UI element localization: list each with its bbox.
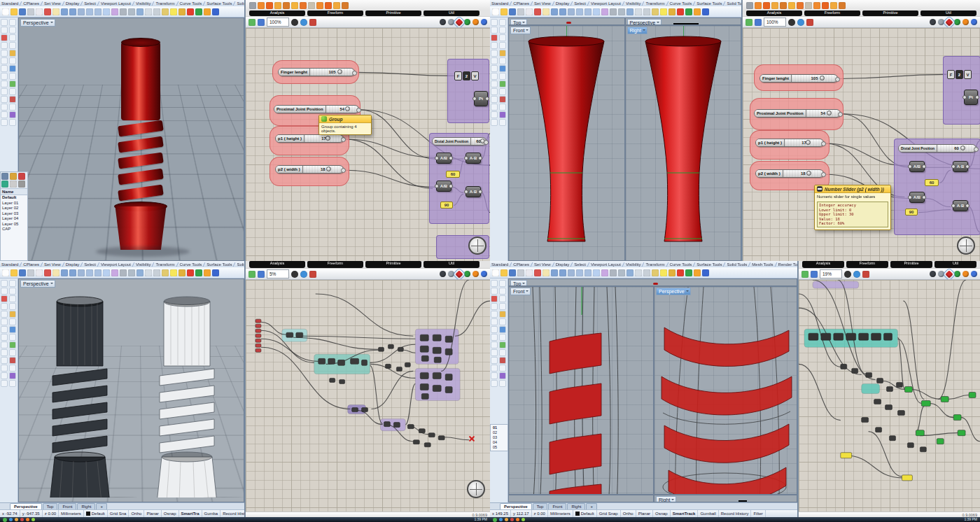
layer-row[interactable]: 02: [491, 430, 507, 435]
properties-icon[interactable]: [499, 119, 506, 126]
gh-save-icon[interactable]: [258, 19, 265, 26]
viewport-tab[interactable]: Front: [58, 503, 76, 509]
save-icon[interactable]: [19, 269, 26, 276]
gh-tab-group[interactable]: Analysis: [802, 261, 844, 268]
zoom-icon[interactable]: [576, 269, 583, 276]
copy-object-icon[interactable]: [145, 8, 152, 15]
viewport-title[interactable]: Perspective: [20, 280, 55, 288]
sphere-blue-icon[interactable]: [702, 269, 709, 276]
gh-save-icon[interactable]: [258, 271, 265, 278]
cylinder-icon[interactable]: [491, 57, 498, 64]
gh-sketch-pen-icon[interactable]: [309, 19, 316, 26]
sphere-dark-icon[interactable]: [440, 271, 446, 277]
rhino-toolbar-tab[interactable]: Set View: [43, 1, 64, 6]
pan-icon[interactable]: [78, 8, 85, 15]
select-icon[interactable]: [1, 19, 8, 26]
surface-icon[interactable]: [9, 42, 16, 49]
sphere-green-icon[interactable]: [954, 271, 960, 277]
mirror-icon[interactable]: [499, 96, 506, 103]
redo-icon[interactable]: [559, 269, 566, 276]
preview-red-icon[interactable]: [945, 18, 953, 26]
copy-icon[interactable]: [526, 8, 533, 15]
rotate-view-icon[interactable]: [601, 8, 608, 15]
display-icon[interactable]: [18, 173, 25, 180]
cylinder-icon[interactable]: [1, 318, 8, 325]
gh-open-icon[interactable]: [248, 271, 255, 278]
layer-row[interactable]: Layer 01: [1, 201, 27, 206]
copy-object-icon[interactable]: [635, 269, 642, 276]
print-icon[interactable]: [517, 8, 524, 15]
status-pane-toggle[interactable]: Osnap: [653, 510, 671, 517]
rhino-toolbar-tab[interactable]: Transform: [154, 1, 178, 6]
point-icon[interactable]: [9, 19, 16, 26]
component-n[interactable]: 2: [955, 70, 963, 79]
kangaroo-icon[interactable]: [333, 2, 340, 9]
rhino-toolbar-tab[interactable]: Visibility: [624, 1, 645, 6]
rhino-toolbar-tab[interactable]: Curve Tools: [668, 262, 696, 267]
zoom-extents-icon[interactable]: [103, 269, 110, 276]
mini-layers-panel[interactable]: 0102030405: [490, 424, 508, 451]
viewport-perspective-sliver[interactable]: Perspective: [625, 17, 742, 25]
materials-icon[interactable]: [10, 173, 17, 180]
zoom-window-icon[interactable]: [94, 269, 102, 276]
gh-panel-90[interactable]: 90: [905, 209, 918, 216]
render-settings-icon[interactable]: [195, 8, 202, 15]
select-icon[interactable]: [491, 19, 498, 26]
gh-canvas[interactable]: [799, 280, 980, 512]
redo-icon[interactable]: [69, 8, 76, 15]
gh-panel-60[interactable]: 60: [446, 171, 460, 178]
new-icon[interactable]: [492, 8, 499, 15]
sphere-orange-icon[interactable]: [694, 269, 701, 276]
loft-icon[interactable]: [1, 65, 8, 72]
extrude-icon[interactable]: [499, 57, 506, 64]
sphere-wire-icon[interactable]: [938, 19, 944, 25]
render-icon[interactable]: [677, 269, 684, 276]
orient-icon[interactable]: [499, 365, 506, 372]
sphere-green-icon[interactable]: [464, 271, 470, 277]
rhino-toolbar-tab[interactable]: CPlanes: [22, 1, 43, 6]
viewport-title[interactable]: Front: [510, 27, 531, 34]
paste-icon[interactable]: [52, 269, 59, 276]
layer-row[interactable]: Layer 05: [1, 222, 27, 227]
start-icon[interactable]: [493, 518, 497, 522]
zoom-window-icon[interactable]: [584, 269, 592, 276]
box-icon[interactable]: [9, 50, 16, 57]
gh-focus-icon[interactable]: [844, 271, 851, 278]
viewport-title[interactable]: Top: [510, 19, 527, 25]
copy-object-icon[interactable]: [635, 8, 642, 15]
slider-proximal-joint[interactable]: Proximal Joint Position 54: [754, 109, 841, 118]
sphere-green-icon[interactable]: [954, 19, 960, 25]
cut-icon[interactable]: [44, 8, 51, 15]
viewport-right-sliver[interactable]: Right: [654, 495, 797, 502]
lamp-icon[interactable]: [660, 269, 667, 276]
gh-save-icon[interactable]: [755, 19, 762, 26]
rhino-toolbar-tab[interactable]: Display: [554, 262, 573, 267]
dimension-icon[interactable]: [491, 372, 498, 379]
lock-icon[interactable]: [178, 269, 186, 276]
display-icon[interactable]: [822, 2, 829, 9]
gh-canvas[interactable]: [246, 280, 490, 512]
cut-icon[interactable]: [534, 269, 541, 276]
scale-1d-icon[interactable]: [1, 357, 8, 364]
component-divide[interactable]: A/B: [436, 181, 451, 192]
sphere-wire-icon[interactable]: [938, 271, 944, 277]
layer-row[interactable]: Default: [1, 195, 27, 201]
named-view-icon[interactable]: [610, 8, 617, 15]
save-icon[interactable]: [509, 8, 516, 15]
rhino-toolbar-tab[interactable]: Select: [83, 1, 99, 6]
sphere-wire-icon[interactable]: [448, 19, 454, 25]
lamp-icon[interactable]: [170, 269, 177, 276]
sphere-blue-icon[interactable]: [212, 8, 219, 15]
display-icon[interactable]: [325, 2, 332, 9]
media-icon[interactable]: [20, 518, 24, 521]
slider-distal-joint[interactable]: Distal Joint Position 60: [432, 137, 486, 146]
scale-icon[interactable]: [162, 8, 169, 15]
component-point[interactable]: Pt: [474, 91, 488, 106]
surface-icon[interactable]: [9, 303, 16, 310]
arc-icon[interactable]: [9, 295, 16, 302]
intersect-icon[interactable]: [308, 2, 315, 9]
preview-red-icon[interactable]: [455, 18, 463, 26]
component-multiply[interactable]: A·B: [465, 186, 481, 197]
rhino-toolbar-tab[interactable]: Solid Tools: [725, 1, 741, 6]
surface-icon[interactable]: [499, 303, 506, 310]
